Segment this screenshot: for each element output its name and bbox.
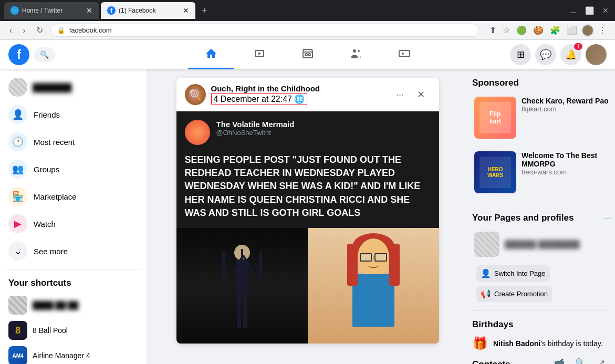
nav-marketplace[interactable] [285, 40, 331, 69]
share-icon[interactable]: ⬆ [487, 23, 498, 37]
url-bar[interactable]: 🔒 facebook.com [50, 24, 479, 37]
gift-icon: 🎁 [472, 336, 488, 351]
page-item-1[interactable]: ██████ ████████ [472, 230, 611, 259]
ad-domain-2: hero-wars.com [522, 168, 609, 176]
menu-icon[interactable]: ⋮ [596, 23, 609, 37]
sidebar-item-watch[interactable]: ▶ Watch [4, 210, 142, 237]
refresh-button[interactable]: ↻ [33, 23, 46, 37]
grid-menu-button[interactable]: ⊞ [510, 44, 531, 65]
right-sidebar: Sponsored Flipkart Check Karo, Reward Pa… [468, 69, 615, 364]
birthdays-title: Birthdays [472, 319, 611, 330]
shortcut-icon-3: AM4 [8, 346, 27, 364]
create-promotion-button[interactable]: 📢 Create Promotion [476, 286, 552, 302]
ad-thumb-1: Flipkart [474, 97, 516, 139]
browser-chrome: 🐦 Home / Twitter ✕ f (1) Facebook ✕ + ⚊ … [0, 0, 615, 21]
shortcut-item-2[interactable]: 8 8 Ball Pool [4, 318, 142, 343]
inner-post: The Volatile Mermaid @OhNoSheTwitnt [185, 120, 431, 145]
inner-author-avatar [185, 120, 210, 145]
sidebar-item-most-recent[interactable]: 🕐 Most recent [4, 128, 142, 155]
extension-icon-1[interactable]: 🟢 [514, 23, 529, 37]
ad-item-2[interactable]: HERO WARS Welcome To The Best MMORPG her… [472, 149, 611, 195]
shortcut-icon-1 [8, 296, 27, 315]
pages-header: Your Pages and profiles ··· [472, 213, 611, 223]
contacts-title: Contacts [472, 359, 510, 364]
feed-inner: 🍭 Ouch, Right in the Childhood 4 Decembe… [176, 78, 439, 356]
shortcut-item-3[interactable]: AM4 Airline Manager 4 [4, 343, 142, 364]
post-more-button[interactable]: ··· [391, 85, 410, 104]
sidebar-item-see-more[interactable]: ⌄ See more [4, 237, 142, 265]
sidebar-item-groups[interactable]: 👥 Groups [4, 155, 142, 183]
new-tab-button[interactable]: + [197, 3, 212, 18]
twitter-favicon: 🐦 [11, 6, 19, 15]
window-controls: ⚊ ⬜ ✕ [568, 4, 611, 17]
tab-facebook-close[interactable]: ✕ [183, 6, 189, 15]
extensions-icon[interactable]: 🧩 [548, 23, 562, 37]
video-call-button[interactable]: 📹 [550, 353, 569, 364]
see-more-icon: ⌄ [8, 242, 27, 261]
messenger-button[interactable]: 💬 [535, 44, 556, 65]
inner-author-info: The Volatile Mermaid @OhNoSheTwitnt [216, 120, 295, 137]
switch-icon: 👤 [481, 268, 491, 278]
sidebar-username: ███████ [33, 83, 71, 92]
sidebar-user-item[interactable]: ███████ [4, 74, 142, 101]
page-info: ██████ ████████ [505, 240, 580, 248]
ad-title-1: Check Karo, Reward Pao [522, 97, 609, 105]
bookmark-icon[interactable]: ☆ [501, 23, 512, 37]
ad-item-1[interactable]: Flipkart Check Karo, Reward Pao flipkart… [472, 95, 611, 141]
url-text: facebook.com [69, 26, 112, 34]
post-card: 🍭 Ouch, Right in the Childhood 4 Decembe… [176, 78, 439, 344]
birthday-item: 🎁 Nitish Badoni's birthday is today. [472, 336, 611, 351]
post-time-box: 4 December at 22:47 🌐 [211, 93, 307, 105]
post-timestamp: 4 December at 22:47 🌐 [211, 93, 320, 105]
tab-twitter[interactable]: 🐦 Home / Twitter ✕ [4, 2, 99, 19]
maximize-button[interactable]: ⬜ [583, 4, 596, 17]
browser-profile[interactable] [581, 24, 594, 37]
nav-groups[interactable] [333, 40, 379, 69]
post-meta-info: Ouch, Right in the Childhood 4 December … [211, 84, 320, 105]
fb-search-box[interactable]: 🔍 [34, 47, 55, 62]
address-bar: ‹ › ↻ 🔒 facebook.com ⬆ ☆ 🟢 🍪 🧩 ⬜ ⋮ [0, 21, 615, 40]
shortcut-item-1[interactable]: ████ ██ ██ [4, 293, 142, 318]
promote-label: Create Promotion [494, 290, 548, 298]
nav-video[interactable] [236, 40, 283, 69]
ad-thumb-2: HERO WARS [474, 151, 516, 193]
tab-facebook[interactable]: f (1) Facebook ✕ [101, 2, 195, 19]
post-text: Seeing people post "Just found out the r… [185, 153, 431, 220]
nav-home[interactable] [188, 40, 234, 69]
page-actions: 👤 Switch Into Page [476, 265, 611, 282]
pages-more-button[interactable]: ··· [604, 214, 611, 222]
ad-title-2: Welcome To The Best MMORPG [522, 151, 609, 168]
nav-gaming[interactable] [381, 40, 428, 69]
sidebar-item-marketplace[interactable]: 🏪 Marketplace [4, 183, 142, 210]
inner-author-name: The Volatile Mermaid [216, 120, 295, 129]
shortcuts-title: Your shortcuts [4, 274, 142, 293]
svg-rect-4 [399, 50, 410, 57]
window-icon[interactable]: ⬜ [565, 23, 579, 37]
forward-button[interactable]: › [19, 24, 28, 37]
sidebar-item-friends[interactable]: 👤 Friends [4, 101, 142, 128]
minimize-button[interactable]: ⚊ [568, 4, 579, 17]
section-divider-1 [472, 204, 611, 204]
page-thumbnail [474, 232, 499, 257]
tab-facebook-label: (1) Facebook [119, 7, 156, 14]
page-label: ██████ ████████ [505, 240, 580, 248]
notifications-button[interactable]: 🔔 1 [560, 44, 581, 65]
tab-twitter-close[interactable]: ✕ [86, 6, 92, 15]
fb-logo[interactable]: f [8, 44, 29, 65]
post-content: The Volatile Mermaid @OhNoSheTwitnt Seei… [176, 111, 439, 228]
svg-point-1 [308, 54, 310, 56]
inner-author-handle: @OhNoSheTwitnt [216, 129, 295, 137]
post-images [176, 228, 439, 344]
extension-icon-2[interactable]: 🍪 [531, 23, 546, 37]
close-button[interactable]: ✕ [600, 4, 611, 17]
birthday-section: Birthdays 🎁 Nitish Badoni's birthday is … [472, 319, 611, 351]
search-contacts-button[interactable]: 🔍 [571, 353, 590, 364]
fb-header: f 🔍 ⊞ 💬 🔔 1 [0, 40, 615, 69]
left-sidebar: ███████ 👤 Friends 🕐 Most recent 👥 Groups… [0, 69, 147, 364]
post-page-avatar: 🍭 [185, 84, 206, 105]
back-button[interactable]: ‹ [6, 24, 15, 37]
post-close-button[interactable]: ✕ [412, 85, 431, 104]
new-group-button[interactable]: ↗ [592, 353, 611, 364]
user-avatar[interactable] [586, 44, 607, 65]
switch-into-page-button[interactable]: 👤 Switch Into Page [476, 265, 550, 282]
